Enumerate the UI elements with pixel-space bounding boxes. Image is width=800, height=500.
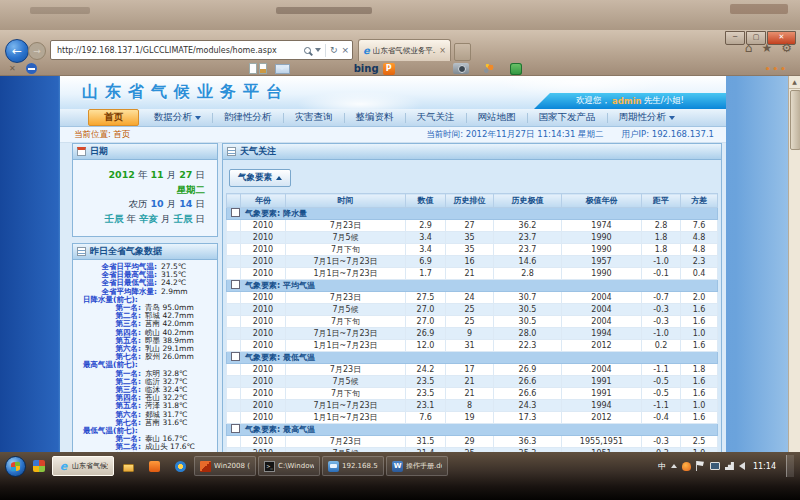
tray-up-arrow-icon[interactable] — [671, 464, 677, 468]
table-cell: 1.8 — [681, 364, 718, 376]
table-row[interactable]: 20107月23日27.52430.72004-0.72.0 — [227, 292, 718, 304]
nav-item-0[interactable]: 首页 — [88, 109, 139, 126]
element-filter-button[interactable]: 气象要素 — [229, 169, 291, 187]
start-button[interactable] — [5, 456, 26, 477]
table-cell: 24.3 — [494, 400, 562, 412]
section-checkbox[interactable] — [231, 208, 240, 217]
chevron-down-icon — [669, 116, 675, 120]
scrollbar-up-icon[interactable]: ▲ — [789, 76, 800, 89]
table-cell: 1.6 — [681, 412, 718, 424]
table-row[interactable]: 20101月1日~7月23日1.7212.81990-0.10.4 — [227, 268, 718, 280]
section-label: 气象要素: 降水量 — [245, 209, 307, 218]
table-row[interactable]: 20107月5候3.43523.719901.84.8 — [227, 232, 718, 244]
network-icon[interactable] — [725, 462, 734, 470]
page-scrollbar[interactable]: ▲ — [788, 76, 800, 452]
table-row[interactable]: 20101月1日~7月23日7.61917.32012-0.41.6 — [227, 412, 718, 424]
display-icon[interactable] — [710, 462, 720, 470]
weather-table-head: 年份时间数值历史排位历史极值极值年份距平方差 — [227, 194, 718, 208]
nav-item-5[interactable]: 天气关注 — [406, 111, 466, 124]
address-bar[interactable]: http://192.168.137.1/GLCCLIMATE/modules/… — [50, 40, 353, 60]
table-cell: 25 — [446, 304, 494, 316]
table-cell: 2010 — [241, 220, 286, 232]
nav-item-2[interactable]: 韵律性分析 — [213, 111, 283, 124]
table-row[interactable]: 20107月1日~7月23日23.1824.31994-1.11.0 — [227, 400, 718, 412]
table-row[interactable]: 20107月下旬27.02530.52004-0.31.6 — [227, 316, 718, 328]
web-page: 山东省气候业务平台 欢迎您， admin 先生/小姐! 首页数据分析韵律性分析灾… — [60, 76, 726, 452]
pinned-media-icon[interactable] — [168, 456, 192, 476]
nav-item-8[interactable]: 周期性分析 — [608, 111, 687, 124]
table-row[interactable]: 20101月1日~7月23日12.03122.320120.21.6 — [227, 340, 718, 352]
nav-item-4[interactable]: 整编资料 — [345, 111, 405, 124]
refresh-icon[interactable]: ↻ — [330, 46, 338, 55]
browser-tab[interactable]: e 山东省气候业务平... × — [358, 39, 451, 61]
table-row[interactable]: 20107月1日~7月23日26.9928.01994-1.01.0 — [227, 328, 718, 340]
taskbar-task[interactable]: C:\Windows\s... — [258, 456, 320, 476]
weather-watch-header: 天气关注 — [222, 143, 722, 160]
table-cell: 9 — [446, 328, 494, 340]
bing-logo[interactable]: bing — [354, 63, 379, 74]
forward-button[interactable]: → — [28, 42, 46, 60]
table-row[interactable]: 20107月下旬3.43523.719901.84.8 — [227, 244, 718, 256]
element-filter-label: 气象要素 — [238, 172, 272, 184]
section-label: 气象要素: 最低气温 — [245, 353, 315, 362]
table-row[interactable]: 20107月23日31.52936.31955,1951-0.32.5 — [227, 436, 718, 448]
table-cell: 25 — [446, 316, 494, 328]
nav-item-3[interactable]: 灾害查询 — [284, 111, 344, 124]
taskbar-task[interactable]: 192.168.59.99... — [322, 456, 384, 476]
section-checkbox[interactable] — [231, 424, 240, 433]
clock[interactable]: 11:14 — [753, 462, 776, 471]
table-row[interactable]: 20107月5候23.52126.61991-0.51.6 — [227, 376, 718, 388]
blocked-addon-icon[interactable] — [26, 63, 37, 74]
taskbar-task[interactable]: 山东省气候业务... — [52, 456, 114, 476]
pinyin-addon-icon[interactable]: P — [383, 63, 395, 75]
table-cell: 23.7 — [494, 232, 562, 244]
quick-launch-icon[interactable] — [33, 460, 45, 472]
column-header: 年份 — [241, 194, 286, 208]
nav-item-7[interactable]: 国家下发产品 — [528, 111, 607, 124]
mail-icon[interactable] — [275, 64, 290, 74]
table-cell: 1.6 — [681, 376, 718, 388]
table-cell: 27.0 — [406, 304, 446, 316]
green-addon-icon[interactable] — [510, 63, 522, 75]
stop-icon[interactable]: × — [341, 46, 349, 55]
table-row[interactable]: 20107月23日2.92736.219742.87.6 — [227, 220, 718, 232]
nav-item-6[interactable]: 网站地图 — [467, 111, 527, 124]
section-checkbox[interactable] — [231, 280, 240, 289]
table-row[interactable]: 20107月下旬23.52126.61991-0.51.6 — [227, 388, 718, 400]
autocomplete-dropdown-icon[interactable] — [315, 48, 321, 52]
home-icon[interactable]: ⌂ — [745, 42, 753, 54]
back-button[interactable]: ← — [5, 39, 29, 63]
nav-item-1[interactable]: 数据分析 — [143, 111, 212, 124]
favorites-star-icon[interactable]: ★ — [761, 42, 772, 54]
table-cell: 7月5候 — [286, 304, 406, 316]
snapshot-tiles-icon[interactable] — [249, 63, 267, 74]
address-tab-row: ← → http://192.168.137.1/GLCCLIMATE/modu… — [0, 39, 800, 61]
volume-icon[interactable] — [739, 462, 745, 470]
url-text[interactable]: http://192.168.137.1/GLCCLIMATE/modules/… — [57, 46, 304, 55]
current-time: 当前时间: 2012年11月27日 11:14:31 星期二 — [426, 129, 603, 141]
toolbar-close-icon[interactable]: ✕ — [9, 64, 16, 73]
qq-icon[interactable] — [682, 462, 691, 471]
nav-menu: 首页数据分析韵律性分析灾害查询整编资料天气关注网站地图国家下发产品周期性分析 — [60, 109, 726, 127]
pinned-app-icon[interactable] — [142, 456, 166, 476]
new-tab-button[interactable] — [454, 43, 471, 61]
action-center-flag-icon[interactable] — [696, 461, 705, 471]
search-icon[interactable] — [304, 47, 311, 54]
pinned-folder-icon[interactable] — [116, 456, 140, 476]
taskbar-task[interactable]: 操作手册.docx ... — [386, 456, 448, 476]
more-icon[interactable]: ••• — [765, 64, 788, 74]
taskbar-task[interactable]: Win2008 (VS2... — [194, 456, 256, 476]
table-row[interactable]: 20107月23日24.21726.92004-1.11.8 — [227, 364, 718, 376]
spark-icon[interactable] — [483, 63, 494, 74]
section-checkbox[interactable] — [231, 352, 240, 361]
show-desktop-button[interactable] — [786, 455, 794, 477]
sidebar: 日期 2012 年 11 月 27 日星期二农历 10 月 14 日壬辰 年 辛… — [72, 143, 218, 452]
table-cell: 2010 — [241, 412, 286, 424]
ime-indicator[interactable]: 中 — [658, 461, 666, 472]
table-row[interactable]: 20107月1日~7月23日6.91614.61957-1.02.3 — [227, 256, 718, 268]
settings-gear-icon[interactable]: ⚙ — [781, 42, 792, 54]
scrollbar-thumb[interactable] — [790, 90, 800, 150]
camera-icon[interactable] — [453, 63, 469, 74]
tab-close-icon[interactable]: × — [439, 46, 446, 55]
table-row[interactable]: 20107月5候27.02530.52004-0.31.6 — [227, 304, 718, 316]
